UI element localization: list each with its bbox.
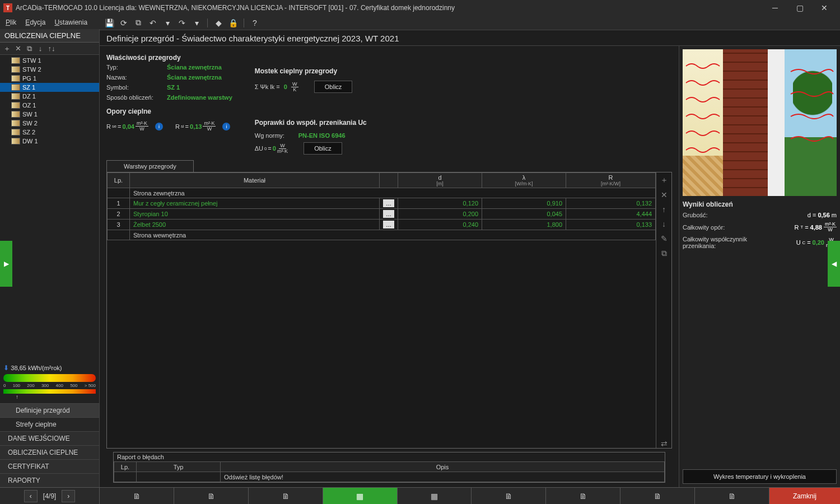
table-row-outer: Strona zewnętrzna (108, 188, 656, 198)
table-row[interactable]: 1Mur z cegły ceramicznej pełnej … 0,1200… (108, 198, 656, 209)
arrow-down-icon: ⬇ (3, 364, 9, 372)
nav-raporty[interactable]: RAPORTY (0, 473, 99, 487)
tree-item[interactable]: OZ 1 (0, 101, 99, 110)
undo-icon[interactable]: ↶ (148, 18, 158, 28)
value-sposob[interactable]: Zdefiniowane warstwy (167, 94, 232, 101)
down-icon[interactable]: ↓ (36, 44, 45, 53)
prev-panel-arrow[interactable]: ▶ (0, 241, 12, 287)
tree-item[interactable]: STW 1 (0, 56, 99, 65)
opory-heading: Opory cieplne (106, 108, 232, 115)
info-icon[interactable]: i (222, 123, 230, 130)
sort-icon[interactable]: ↑↓ (47, 44, 56, 53)
step-3[interactable]: 🗎 (249, 488, 323, 504)
nav-definicje[interactable]: Definicje przegród (0, 403, 99, 417)
move-down-icon[interactable]: ↓ (660, 220, 669, 228)
step-8[interactable]: 🗎 (620, 488, 695, 504)
step-1[interactable]: 🗎 (100, 488, 174, 504)
layers-table: Lp. Materiał d[m] λ[W/m·K] R[m²·K/W] Str… (107, 172, 656, 240)
label-uc: Całkowity współczynnik przenikania: (683, 236, 761, 249)
value-nazwa[interactable]: Ściana zewnętrzna (167, 74, 222, 81)
chart-button[interactable]: Wykres temperatury i wykroplenia (683, 469, 837, 484)
step-7[interactable]: 🗎 (546, 488, 620, 504)
minimize-button[interactable]: ─ (763, 0, 787, 16)
value-symbol[interactable]: SZ 1 (167, 84, 180, 91)
tree-item[interactable]: SW 1 (0, 110, 99, 119)
add-row-icon[interactable]: ＋ (660, 176, 669, 185)
page-title: Definicje przegród - Świadectwo charakte… (100, 29, 840, 46)
step-5[interactable]: ▦ (398, 488, 472, 504)
close-window-button[interactable]: ✕ (812, 0, 837, 16)
du-formula: ΔU0 = 0 Wm²·K (255, 143, 288, 154)
label-grubosc: Grubość: (683, 212, 708, 218)
help-icon[interactable]: ? (250, 18, 260, 28)
label-symbol: Symbol: (106, 84, 162, 91)
refresh-icon[interactable]: ⟳ (119, 18, 129, 28)
partition-icon (11, 84, 20, 91)
copy-icon[interactable]: ⧉ (133, 18, 143, 28)
copy-row-icon[interactable]: ⧉ (660, 249, 669, 258)
nav-strefy[interactable]: Strefy cieplne (0, 417, 99, 431)
prev-page-button[interactable]: ‹ (24, 490, 38, 502)
save-icon[interactable]: 💾 (104, 18, 114, 28)
partition-icon (11, 75, 20, 82)
col-d: d[m] (398, 173, 482, 188)
nav-list: Definicje przegród Strefy cieplne DANE W… (0, 403, 99, 487)
nav-certyfikat[interactable]: CERTYFIKAT (0, 459, 99, 473)
lock-icon[interactable]: 🔒 (228, 18, 238, 28)
oblicz-mostek-button[interactable]: Oblicz (314, 81, 353, 93)
tree-item[interactable]: SZ 2 (0, 128, 99, 137)
tree-item[interactable]: DZ 1 (0, 92, 99, 101)
col-picker (380, 173, 398, 188)
window-title: ArCADia-TERMOCAD 10.0 Licencja dla: WEWN… (16, 4, 763, 12)
edit-icon[interactable]: ✎ (660, 234, 669, 243)
library-icon[interactable]: ◆ (213, 18, 223, 28)
settings-icon[interactable]: ⇄ (660, 439, 669, 448)
delete-row-icon[interactable]: ✕ (660, 190, 669, 199)
nav-obliczenia[interactable]: OBLICZENIA CIEPLNE (0, 445, 99, 459)
title-bar: T ArCADia-TERMOCAD 10.0 Licencja dla: WE… (0, 0, 840, 16)
tab-warstwy[interactable]: Warstwy przegrody (106, 160, 194, 172)
layers-table-wrap: Lp. Materiał d[m] λ[W/m·K] R[m²·K/W] Str… (106, 172, 672, 449)
info-icon[interactable]: i (155, 123, 163, 130)
next-page-button[interactable]: › (62, 490, 75, 502)
tree-item[interactable]: DW 1 (0, 137, 99, 146)
material-picker-button[interactable]: … (383, 210, 394, 218)
redo-dropdown-icon[interactable]: ▾ (192, 18, 202, 28)
material-picker-button[interactable]: … (383, 199, 394, 207)
sidebar-section-title: OBLICZENIA CIEPLNE (0, 29, 99, 43)
step-9[interactable]: 🗎 (695, 488, 769, 504)
duplicate-icon[interactable]: ⧉ (25, 44, 34, 53)
table-row[interactable]: 2Styropian 10 … 0,2000,0454,444 (108, 209, 656, 220)
maximize-button[interactable]: ▢ (787, 0, 812, 16)
value-opor: RT = 4,88 m²·KW (794, 222, 837, 232)
tree-item[interactable]: SW 2 (0, 119, 99, 128)
undo-dropdown-icon[interactable]: ▾ (162, 18, 172, 28)
nav-dane[interactable]: DANE WEJŚCIOWE (0, 431, 99, 445)
step-6[interactable]: 🗎 (472, 488, 546, 504)
error-row[interactable]: Odśwież listę błędów! (114, 472, 665, 482)
close-button[interactable]: Zamknij (769, 488, 840, 504)
delete-icon[interactable]: ✕ (13, 44, 22, 53)
rse-formula: Rse = 0,04 m²·KW (106, 121, 148, 132)
menu-file[interactable]: Plik (6, 18, 16, 26)
table-row[interactable]: 3Żelbet 2500 … 0,2401,8000,133 (108, 220, 656, 230)
tree-item-selected[interactable]: SZ 1 (0, 83, 99, 92)
add-icon[interactable]: ＋ (2, 44, 11, 53)
menu-edit[interactable]: Edycja (25, 18, 45, 26)
partition-icon (11, 57, 20, 64)
tree-item[interactable]: STW 2 (0, 65, 99, 74)
move-up-icon[interactable]: ↑ (660, 205, 669, 214)
toolbar-separator (207, 18, 208, 27)
value-wg[interactable]: PN-EN ISO 6946 (298, 132, 346, 139)
material-picker-button[interactable]: … (383, 221, 394, 228)
col-material: Materiał (130, 173, 380, 188)
menu-settings[interactable]: Ustawienia (54, 18, 87, 26)
partition-icon (11, 138, 20, 144)
energy-pointer: ↑ (3, 394, 96, 400)
step-4-active[interactable]: ▦ (323, 488, 398, 504)
redo-icon[interactable]: ↷ (177, 18, 187, 28)
next-panel-arrow[interactable]: ◀ (828, 241, 840, 287)
oblicz-du-button[interactable]: Oblicz (304, 142, 342, 155)
tree-item[interactable]: PG 1 (0, 74, 99, 83)
step-2[interactable]: 🗎 (174, 488, 249, 504)
